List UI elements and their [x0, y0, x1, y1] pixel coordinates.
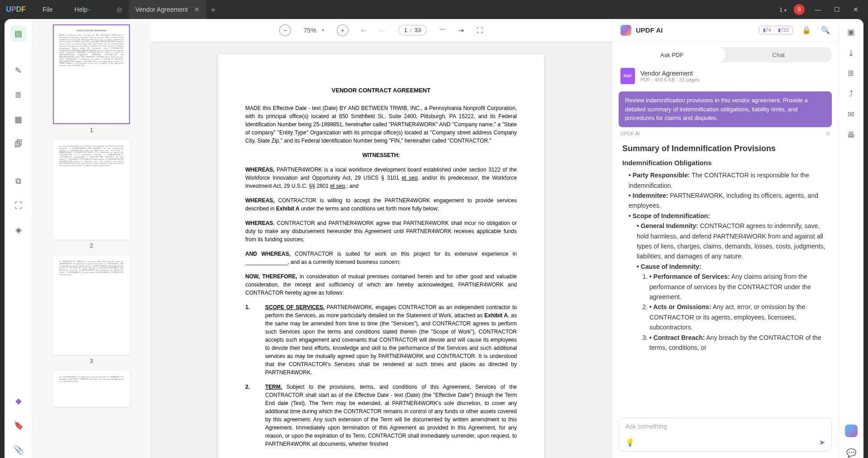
thumbnail-1[interactable]: VENDOR CONTRACT AGREEMENTMADE this Effec… [42, 24, 141, 134]
tab-chat[interactable]: Chat [725, 47, 832, 62]
doc-numbered-item: 2. TERM. Subject to the provisions, term… [245, 383, 517, 448]
ai-tabs: Ask PDF Chat [619, 47, 832, 62]
ocr-icon[interactable]: ▣ [847, 27, 855, 37]
ai-panel-title: UPDF AI [636, 26, 663, 34]
doc-paragraph: WHEREAS, CONTRACTOR is willing to accept… [245, 196, 517, 213]
search-icon[interactable]: 🔍 [821, 26, 830, 34]
doc-paragraph: WHEREAS, CONTRACTOR and PARTNER4WORK agr… [245, 219, 517, 243]
version-indicator[interactable]: 1 ▾ [779, 6, 787, 13]
thumbnails-panel: VENDOR CONTRACT AGREEMENTMADE this Effec… [33, 19, 150, 458]
email-icon[interactable]: ✉ [848, 110, 854, 119]
next-page-icon[interactable]: ﹀ [439, 26, 446, 34]
page-organize-icon[interactable]: ▦ [10, 111, 27, 128]
watermark-icon[interactable]: ◈ [10, 222, 27, 238]
share-icon[interactable]: ⤴ [849, 89, 853, 99]
page-manage-icon[interactable]: 🗐 [10, 136, 27, 152]
zoom-dropdown[interactable]: 75%▾ [304, 27, 324, 34]
thumbnail-3[interactable]: 9. LIMITATION OF LIABILITY In no event s… [42, 255, 141, 364]
window-close-icon[interactable]: ✕ [850, 6, 862, 13]
doc-title: VENDOR CONTRACT AGREEMENT [245, 86, 517, 95]
lock-icon[interactable]: 🔒 [802, 26, 811, 34]
thumbnail-4[interactable]: 19. COUNTERPARTS This Agreement may be e… [42, 371, 141, 407]
ai-doc-meta: PDF · 459.6 KB · 33 pages [640, 77, 700, 82]
comments-icon[interactable]: 💬 [846, 448, 856, 458]
doc-paragraph: WHEREAS, PARTNER4WORK is a local workfor… [245, 166, 517, 190]
convert-icon[interactable]: 🗎 [847, 69, 855, 78]
tab-active[interactable]: Vendor Agreement ✕ [129, 0, 206, 19]
ai-source-label: UPDF AI [620, 131, 640, 137]
ai-input-box[interactable]: Ask something 💡 ➤ [619, 418, 832, 452]
document-toolbar: − 75%▾ + ⇤ ︿ 1 / 33 ﹀ ⇥ ⛶ [150, 19, 612, 42]
doc-paragraph: MADE this Effective Date - text (Date) B… [245, 104, 517, 145]
presentation-icon[interactable]: ⛶ [477, 27, 483, 34]
page-number-input[interactable]: 1 / 33 [398, 25, 427, 35]
response-heading: Summary of Indemnification Provisions [622, 142, 828, 155]
zoom-in-button[interactable]: + [337, 24, 348, 36]
pdf-page[interactable]: VENDOR CONTRACT AGREEMENT MADE this Effe… [218, 54, 544, 458]
highlight-icon[interactable]: ✎ [10, 62, 27, 79]
updf-ai-logo-icon [620, 25, 631, 36]
ai-toggle-icon[interactable] [845, 425, 858, 437]
response-subheading: Indemnification Obligations [622, 157, 828, 168]
pdf-file-icon: PDF [620, 68, 635, 84]
thumb-number: 2 [42, 242, 141, 249]
send-icon[interactable]: ➤ [819, 438, 825, 447]
document-area: − 75%▾ + ⇤ ︿ 1 / 33 ﹀ ⇥ ⛶ VENDOR CONTRAC… [150, 19, 612, 458]
user-avatar[interactable]: B [794, 4, 805, 15]
prev-page-icon[interactable]: ︿ [379, 26, 386, 34]
tab-label: Vendor Agreement [135, 6, 188, 13]
attachment-icon[interactable]: 📎 [10, 442, 27, 458]
ai-panel: UPDF AI ▮74|▮722 🔒 🔍 Ask PDF Chat PDF Ve… [612, 19, 838, 458]
redact-icon[interactable]: ⧉ [10, 173, 27, 189]
first-page-icon[interactable]: ⇤ [361, 27, 367, 34]
thumb-number: 3 [42, 358, 141, 364]
doc-numbered-item: 1. SCOPE OF SERVICES. PARTNER4WORK, enga… [245, 303, 517, 377]
ai-response: Summary of Indemnification Provisions In… [612, 138, 838, 414]
crop-icon[interactable]: ⛶ [10, 197, 27, 214]
layers-icon[interactable]: ◆ [10, 393, 27, 409]
export-icon[interactable]: ⤓ [848, 48, 854, 58]
edit-text-icon[interactable]: 🗎 [10, 87, 27, 103]
print-icon[interactable]: 🖶 [847, 130, 855, 140]
window-minimize-icon[interactable]: — [812, 6, 824, 13]
zoom-out-button[interactable]: − [279, 24, 291, 36]
reader-mode-icon[interactable]: ▤ [10, 25, 27, 42]
menu-file[interactable]: File [32, 0, 64, 19]
ai-doc-info: PDF Vendor Agreement PDF · 459.6 KB · 33… [612, 62, 838, 90]
doc-paragraph: NOW, THEREFORE, in consideration of mutu… [245, 272, 517, 297]
doc-witnesseth: WITNESSETH: [245, 151, 517, 159]
ai-doc-name: Vendor Agreement [640, 70, 700, 77]
tab-close-icon[interactable]: ✕ [194, 6, 200, 13]
right-tool-rail: ▣ ⤓ 🗎 ⤴ ✉ 🖶 💬 [838, 19, 863, 458]
thumb-number: 1 [42, 127, 141, 134]
tab-home-icon[interactable]: ⊘ [110, 0, 129, 19]
tab-new-button[interactable]: ＋ [206, 4, 220, 15]
left-tool-rail: ▤ ✎ 🗎 ▦ 🗐 ⧉ ⛶ ◈ ◆ 🔖 📎 [5, 19, 33, 458]
suggestion-icon[interactable]: 💡 [625, 438, 634, 447]
ai-quota-badge[interactable]: ▮74|▮722 [759, 26, 793, 34]
bookmark-icon[interactable]: 🔖 [10, 417, 27, 434]
ai-input-placeholder[interactable]: Ask something [625, 423, 825, 430]
thumbnail-2[interactable]: or unfinished that pertain to the Servic… [42, 140, 141, 249]
last-page-icon[interactable]: ⇥ [458, 27, 464, 34]
copy-icon[interactable]: ⧉ [826, 131, 830, 137]
tab-ask-pdf[interactable]: Ask PDF [619, 47, 725, 62]
user-message-bubble: Review indemnification provisions in thi… [619, 91, 832, 127]
window-maximize-icon[interactable]: ☐ [831, 6, 843, 13]
doc-paragraph: AND WHEREAS, CONTRACTOR is suited for wo… [245, 250, 517, 266]
app-logo: UPDF [0, 5, 32, 14]
menu-help[interactable]: Help [64, 0, 101, 19]
